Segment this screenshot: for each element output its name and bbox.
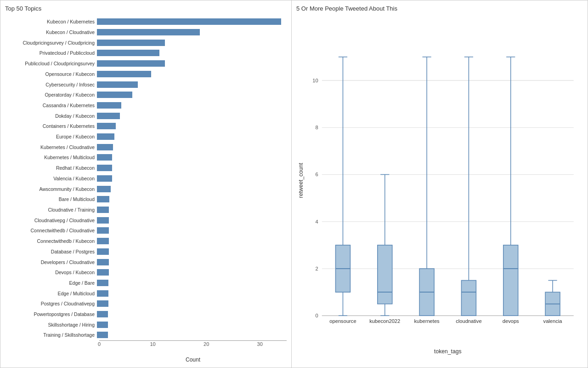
- bar-container: [97, 248, 287, 255]
- svg-rect-42: [503, 245, 518, 316]
- svg-text:cloudnative: cloudnative: [456, 318, 481, 324]
- bar-fill: [97, 259, 109, 265]
- bar-fill: [97, 300, 108, 307]
- x-axis-line: [99, 340, 287, 341]
- bar-row: Opensource / Kubecon: [5, 70, 287, 78]
- bar-row: Cloudpricingsurvey / Cloudpricing: [5, 39, 287, 46]
- boxplot-svg: 0246810retweet_counttoken_tagsopensource…: [296, 17, 583, 363]
- bar-container: [97, 217, 287, 224]
- bar-fill: [97, 60, 165, 67]
- bar-fill: [97, 113, 120, 119]
- bar-container: [97, 60, 287, 67]
- bar-row: Kubecon / Kubernetes: [5, 18, 287, 25]
- bar-row: Awscommunity / Kubecon: [5, 185, 287, 193]
- x-axis-area: 0102030: [99, 340, 287, 354]
- bar-label: Cloudnativepg / Cloudnative: [5, 218, 97, 223]
- bar-fill: [97, 332, 108, 338]
- bar-row: Training / Skillsshortage: [5, 331, 287, 339]
- bar-fill: [97, 175, 112, 182]
- bar-row: Kubecon / Cloudnative: [5, 29, 287, 36]
- bar-label: Skillsshortage / Hiring: [5, 322, 97, 328]
- bar-fill: [97, 92, 132, 98]
- bar-container: [97, 133, 287, 140]
- svg-rect-24: [378, 245, 392, 304]
- svg-text:valencia: valencia: [543, 318, 563, 324]
- bar-container: [97, 113, 287, 119]
- bar-row: Cloudnative / Training: [5, 206, 287, 213]
- bar-row: Postgres / Cloudnativepg: [5, 300, 287, 307]
- bar-label: Connectwithedb / Cloudnative: [5, 228, 97, 233]
- bar-row: Cassandra / Kubernetes: [5, 102, 287, 109]
- bar-label: Opensource / Kubecon: [5, 71, 97, 77]
- bar-container: [97, 40, 287, 46]
- bar-label: Privatecloud / Publiccloud: [5, 50, 97, 56]
- bar-container: [97, 92, 287, 98]
- bar-container: [97, 196, 287, 202]
- bar-row: Devops / Kubecon: [5, 269, 287, 276]
- bar-chart-area: Kubecon / KubernetesKubecon / Cloudnativ…: [5, 17, 287, 363]
- bar-row: Valencia / Kubecon: [5, 175, 287, 182]
- bar-container: [97, 322, 287, 328]
- bar-row: Connectwithedb / Cloudnative: [5, 227, 287, 234]
- bar-row: Edge / Multicloud: [5, 290, 287, 297]
- bar-label: Cybersecurity / Infosec: [5, 82, 97, 87]
- bar-row: Skillsshortage / Hiring: [5, 321, 287, 328]
- bar-label: Database / Postgres: [5, 249, 97, 254]
- svg-text:kubecon2022: kubecon2022: [369, 318, 400, 324]
- bar-container: [97, 154, 287, 161]
- bar-label: Developers / Cloudnative: [5, 259, 97, 265]
- bar-fill: [97, 207, 109, 213]
- left-panel-title: Top 50 Topics: [5, 5, 287, 12]
- bar-row: Developers / Cloudnative: [5, 259, 287, 266]
- bar-row: Edge / Bare: [5, 279, 287, 287]
- bar-label: Cloudnative / Training: [5, 207, 97, 213]
- bar-fill: [97, 144, 113, 150]
- bar-container: [97, 123, 287, 129]
- bar-label: Awscommunity / Kubecon: [5, 186, 97, 192]
- bar-row: Redhat / Kubecon: [5, 164, 287, 172]
- bar-label: Kubecon / Cloudnative: [5, 29, 97, 35]
- bar-label: Edge / Multicloud: [5, 291, 97, 296]
- bar-label: Devops / Kubecon: [5, 270, 97, 275]
- bar-label: Cassandra / Kubernetes: [5, 103, 97, 108]
- bar-fill: [97, 81, 138, 88]
- bar-container: [97, 207, 287, 213]
- svg-text:kubernetes: kubernetes: [414, 318, 440, 324]
- bar-fill: [97, 248, 109, 255]
- bar-fill: [97, 196, 109, 202]
- bar-label: Powertopostgres / Database: [5, 311, 97, 317]
- bar-row: Cybersecurity / Infosec: [5, 81, 287, 88]
- bar-row: Containers / Kubernetes: [5, 122, 287, 130]
- bar-fill: [97, 227, 109, 234]
- bar-fill: [97, 123, 116, 129]
- bar-label: Containers / Kubernetes: [5, 123, 97, 129]
- bar-container: [97, 81, 287, 88]
- left-panel: Top 50 Topics Kubecon / KubernetesKubeco…: [0, 0, 292, 368]
- bar-label: Kubecon / Kubernetes: [5, 19, 97, 24]
- bar-label: Edge / Bare: [5, 280, 97, 286]
- bar-container: [97, 227, 287, 234]
- bar-fill: [97, 133, 114, 140]
- right-panel-title: 5 Or More People Tweeted About This: [296, 5, 583, 12]
- svg-text:8: 8: [315, 125, 318, 130]
- bar-fill: [97, 102, 121, 109]
- bar-label: Valencia / Kubecon: [5, 176, 97, 181]
- svg-text:0: 0: [315, 313, 318, 318]
- bar-row: Europe / Kubecon: [5, 133, 287, 140]
- bar-row: Publiccloud / Cloudpricingsurvey: [5, 60, 287, 67]
- bar-container: [97, 280, 287, 286]
- bar-fill: [97, 290, 108, 297]
- bar-container: [97, 332, 287, 338]
- bar-container: [97, 269, 287, 276]
- bar-label: Connectwithedb / Kubecon: [5, 238, 97, 244]
- bar-row: Dokday / Kubecon: [5, 112, 287, 120]
- bar-row: Connectwithedb / Kubecon: [5, 237, 287, 245]
- bar-container: [97, 165, 287, 171]
- bar-container: [97, 102, 287, 109]
- bar-row: Privatecloud / Publiccloud: [5, 49, 287, 57]
- main-container: Top 50 Topics Kubecon / KubernetesKubeco…: [0, 0, 588, 368]
- bar-fill: [97, 71, 151, 77]
- bar-container: [97, 186, 287, 192]
- bar-container: [97, 290, 287, 297]
- bar-container: [97, 175, 287, 182]
